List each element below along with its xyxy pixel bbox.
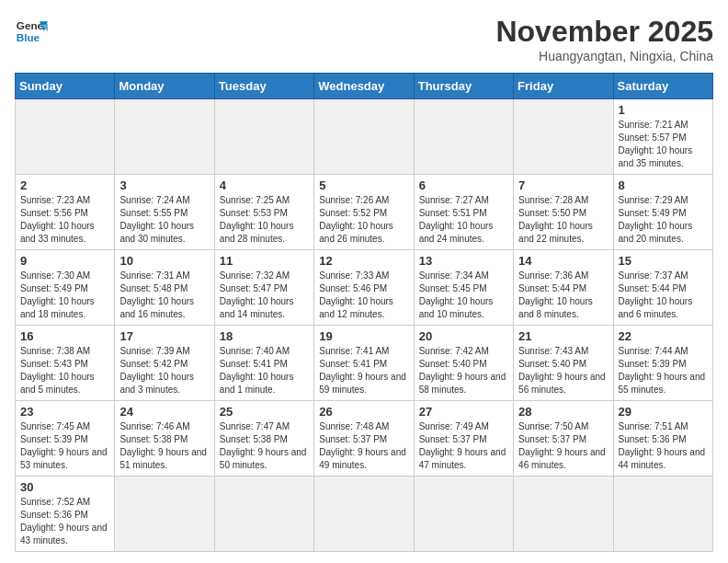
day-number: 18 xyxy=(220,329,309,343)
table-row: 1Sunrise: 7:21 AM Sunset: 5:57 PM Daylig… xyxy=(613,99,712,175)
table-row: 9Sunrise: 7:30 AM Sunset: 5:49 PM Daylig… xyxy=(16,250,115,326)
day-number: 5 xyxy=(319,178,408,192)
day-number: 30 xyxy=(20,480,109,494)
month-title: November 2025 xyxy=(495,15,713,49)
day-number: 26 xyxy=(319,405,408,419)
table-row: 2Sunrise: 7:23 AM Sunset: 5:56 PM Daylig… xyxy=(16,175,115,250)
day-info: Sunrise: 7:49 AM Sunset: 5:37 PM Dayligh… xyxy=(419,420,508,472)
day-info: Sunrise: 7:43 AM Sunset: 5:40 PM Dayligh… xyxy=(518,345,608,396)
col-monday: Monday xyxy=(115,74,214,99)
day-number: 7 xyxy=(518,178,608,192)
logo: General Blue xyxy=(15,15,48,48)
day-info: Sunrise: 7:34 AM Sunset: 5:45 PM Dayligh… xyxy=(419,270,508,321)
table-row: 13Sunrise: 7:34 AM Sunset: 5:45 PM Dayli… xyxy=(414,250,513,326)
day-info: Sunrise: 7:44 AM Sunset: 5:39 PM Dayligh… xyxy=(619,345,708,396)
table-row xyxy=(214,99,313,175)
day-number: 6 xyxy=(419,178,508,192)
table-row: 4Sunrise: 7:25 AM Sunset: 5:53 PM Daylig… xyxy=(214,175,313,250)
table-row: 29Sunrise: 7:51 AM Sunset: 5:36 PM Dayli… xyxy=(613,401,712,477)
day-info: Sunrise: 7:45 AM Sunset: 5:39 PM Dayligh… xyxy=(20,420,109,472)
day-info: Sunrise: 7:32 AM Sunset: 5:47 PM Dayligh… xyxy=(220,270,309,321)
table-row: 28Sunrise: 7:50 AM Sunset: 5:37 PM Dayli… xyxy=(514,401,613,477)
table-row: 21Sunrise: 7:43 AM Sunset: 5:40 PM Dayli… xyxy=(514,326,613,401)
logo-icon: General Blue xyxy=(15,15,48,48)
table-row: 6Sunrise: 7:27 AM Sunset: 5:51 PM Daylig… xyxy=(414,175,513,250)
day-info: Sunrise: 7:42 AM Sunset: 5:40 PM Dayligh… xyxy=(419,345,508,396)
day-number: 16 xyxy=(20,329,109,343)
day-info: Sunrise: 7:51 AM Sunset: 5:36 PM Dayligh… xyxy=(619,420,708,472)
day-info: Sunrise: 7:40 AM Sunset: 5:41 PM Dayligh… xyxy=(220,345,309,396)
table-row xyxy=(414,99,513,175)
table-row: 26Sunrise: 7:48 AM Sunset: 5:37 PM Dayli… xyxy=(314,401,414,477)
table-row xyxy=(414,477,513,552)
svg-text:Blue: Blue xyxy=(17,31,40,43)
col-friday: Friday xyxy=(514,74,613,99)
table-row xyxy=(115,99,214,175)
table-row: 23Sunrise: 7:45 AM Sunset: 5:39 PM Dayli… xyxy=(16,401,115,477)
calendar-week-row: 30Sunrise: 7:52 AM Sunset: 5:36 PM Dayli… xyxy=(16,477,713,552)
calendar-week-row: 1Sunrise: 7:21 AM Sunset: 5:57 PM Daylig… xyxy=(16,99,713,175)
calendar-week-row: 2Sunrise: 7:23 AM Sunset: 5:56 PM Daylig… xyxy=(16,175,713,250)
calendar-week-row: 23Sunrise: 7:45 AM Sunset: 5:39 PM Dayli… xyxy=(16,401,713,477)
day-number: 2 xyxy=(20,178,109,192)
table-row: 11Sunrise: 7:32 AM Sunset: 5:47 PM Dayli… xyxy=(214,250,313,326)
header: General Blue November 2025 Huangyangtan,… xyxy=(15,15,713,63)
day-info: Sunrise: 7:36 AM Sunset: 5:44 PM Dayligh… xyxy=(518,270,608,321)
table-row: 19Sunrise: 7:41 AM Sunset: 5:41 PM Dayli… xyxy=(314,326,414,401)
calendar-week-row: 16Sunrise: 7:38 AM Sunset: 5:43 PM Dayli… xyxy=(16,326,713,401)
day-number: 20 xyxy=(419,329,508,343)
day-number: 29 xyxy=(619,405,708,419)
table-row: 22Sunrise: 7:44 AM Sunset: 5:39 PM Dayli… xyxy=(613,326,712,401)
day-number: 25 xyxy=(220,405,309,419)
day-number: 8 xyxy=(619,178,708,192)
day-info: Sunrise: 7:33 AM Sunset: 5:46 PM Dayligh… xyxy=(319,270,408,321)
day-number: 13 xyxy=(419,254,508,268)
day-number: 10 xyxy=(119,254,209,268)
col-wednesday: Wednesday xyxy=(314,74,414,99)
table-row xyxy=(314,477,414,552)
day-number: 1 xyxy=(619,103,708,117)
day-info: Sunrise: 7:52 AM Sunset: 5:36 PM Dayligh… xyxy=(20,496,109,547)
table-row xyxy=(514,99,613,175)
day-number: 9 xyxy=(20,254,109,268)
table-row: 20Sunrise: 7:42 AM Sunset: 5:40 PM Dayli… xyxy=(414,326,513,401)
table-row xyxy=(514,477,613,552)
table-row: 15Sunrise: 7:37 AM Sunset: 5:44 PM Dayli… xyxy=(613,250,712,326)
day-number: 28 xyxy=(518,405,608,419)
day-info: Sunrise: 7:46 AM Sunset: 5:38 PM Dayligh… xyxy=(119,420,209,472)
day-info: Sunrise: 7:47 AM Sunset: 5:38 PM Dayligh… xyxy=(220,420,309,472)
day-info: Sunrise: 7:28 AM Sunset: 5:50 PM Dayligh… xyxy=(518,194,608,246)
day-info: Sunrise: 7:41 AM Sunset: 5:41 PM Dayligh… xyxy=(319,345,408,396)
table-row: 7Sunrise: 7:28 AM Sunset: 5:50 PM Daylig… xyxy=(514,175,613,250)
table-row: 30Sunrise: 7:52 AM Sunset: 5:36 PM Dayli… xyxy=(16,477,115,552)
table-row xyxy=(16,99,115,175)
table-row xyxy=(314,99,414,175)
day-number: 3 xyxy=(119,178,209,192)
day-number: 21 xyxy=(518,329,608,343)
calendar-week-row: 9Sunrise: 7:30 AM Sunset: 5:49 PM Daylig… xyxy=(16,250,713,326)
day-number: 23 xyxy=(20,405,109,419)
table-row: 3Sunrise: 7:24 AM Sunset: 5:55 PM Daylig… xyxy=(115,175,214,250)
table-row: 8Sunrise: 7:29 AM Sunset: 5:49 PM Daylig… xyxy=(613,175,712,250)
day-number: 11 xyxy=(220,254,309,268)
table-row: 12Sunrise: 7:33 AM Sunset: 5:46 PM Dayli… xyxy=(314,250,414,326)
table-row: 14Sunrise: 7:36 AM Sunset: 5:44 PM Dayli… xyxy=(514,250,613,326)
col-thursday: Thursday xyxy=(414,74,513,99)
calendar: Sunday Monday Tuesday Wednesday Thursday… xyxy=(15,73,713,552)
day-info: Sunrise: 7:50 AM Sunset: 5:37 PM Dayligh… xyxy=(518,420,608,472)
day-number: 17 xyxy=(119,329,209,343)
day-info: Sunrise: 7:38 AM Sunset: 5:43 PM Dayligh… xyxy=(20,345,109,396)
table-row: 25Sunrise: 7:47 AM Sunset: 5:38 PM Dayli… xyxy=(214,401,313,477)
table-row xyxy=(115,477,214,552)
day-info: Sunrise: 7:26 AM Sunset: 5:52 PM Dayligh… xyxy=(319,194,408,246)
day-number: 4 xyxy=(220,178,309,192)
col-tuesday: Tuesday xyxy=(214,74,313,99)
day-info: Sunrise: 7:23 AM Sunset: 5:56 PM Dayligh… xyxy=(20,194,109,246)
day-number: 22 xyxy=(619,329,708,343)
day-number: 12 xyxy=(319,254,408,268)
page: General Blue November 2025 Huangyangtan,… xyxy=(0,0,728,563)
day-info: Sunrise: 7:39 AM Sunset: 5:42 PM Dayligh… xyxy=(119,345,209,396)
day-info: Sunrise: 7:48 AM Sunset: 5:37 PM Dayligh… xyxy=(319,420,408,472)
col-sunday: Sunday xyxy=(16,74,115,99)
calendar-header-row: Sunday Monday Tuesday Wednesday Thursday… xyxy=(16,74,713,99)
